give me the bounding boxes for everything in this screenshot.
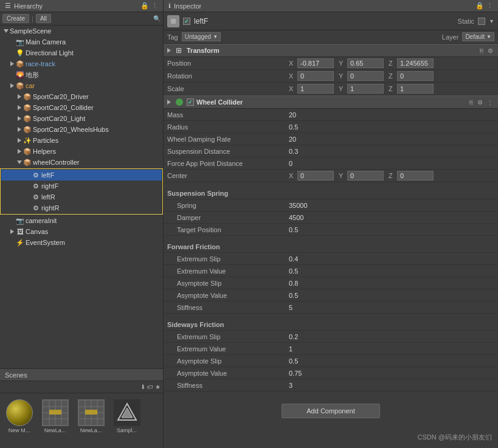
pos-z-val[interactable]: 1.245655 [397, 58, 434, 68]
race-track-label: race-track [26, 60, 55, 67]
scenes-tab[interactable]: Scenes [0, 369, 163, 381]
scene-root[interactable]: SampleScene [0, 26, 163, 36]
wheel-damping-value[interactable]: 20 [289, 136, 494, 143]
hierarchy-tab-label: Hierarchy [14, 2, 43, 10]
layer-dropdown[interactable]: Default ▼ [462, 32, 494, 41]
rot-z-val[interactable]: 0 [397, 71, 434, 81]
tree-item-camerainit[interactable]: 📷 cameraInit [0, 215, 163, 226]
tree-item-sportcar-wheelshubs[interactable]: 📦 SportCar20_WheelsHubs [0, 124, 163, 135]
scale-z-val[interactable]: 1 [397, 84, 434, 94]
scale-x-val[interactable]: 1 [297, 84, 334, 94]
tag-dropdown[interactable]: Untagged ▼ [182, 32, 221, 41]
scale-x-axis: X [289, 85, 296, 92]
pos-x-val[interactable]: -0.817 [297, 58, 334, 68]
transform-copy-icon[interactable]: ⎘ [479, 47, 485, 55]
ff-asymptote-slip-label: Asymptote Slip [167, 280, 289, 287]
center-z-item: Z 0 [389, 171, 434, 181]
sf-asymptote-slip-value[interactable]: 0.5 [289, 357, 494, 365]
sf-extremum-slip-value[interactable]: 0.2 [289, 333, 494, 340]
wc-settings-icon[interactable]: ⚙ [476, 98, 484, 106]
tree-item-canvas[interactable]: 🖼 Canvas [0, 226, 163, 237]
suspension-distance-value[interactable]: 0.3 [289, 148, 494, 155]
layer-value: Default [465, 33, 485, 40]
damper-value[interactable]: 4500 [289, 214, 494, 221]
radius-value[interactable]: 0.5 [289, 123, 494, 131]
tree-item-race-track[interactable]: 📦 race-track [0, 58, 163, 69]
force-app-label: Force App Point Distance [167, 160, 289, 167]
transform-settings-icon[interactable]: ⚙ [486, 47, 494, 55]
tree-item-rightR[interactable]: ⚙ rightR [1, 202, 162, 213]
scale-z-item: Z 1 [389, 84, 434, 94]
ff-extremum-slip-row: Extremum Slip 0.4 [164, 253, 498, 265]
pos-y-val[interactable]: 0.65 [347, 58, 384, 68]
sf-extremum-val-value[interactable]: 1 [289, 345, 494, 353]
wc-menu-icon[interactable]: ⋮ [486, 98, 494, 106]
static-checkbox[interactable] [478, 18, 485, 25]
tree-item-sportcar-collider[interactable]: 📦 SportCar20_Collider [0, 102, 163, 113]
tree-item-leftF[interactable]: ⚙ leftF [1, 170, 162, 181]
ff-extremum-slip-value[interactable]: 0.4 [289, 255, 494, 263]
rot-x-val[interactable]: 0 [297, 71, 334, 81]
sf-stiffness-value[interactable]: 3 [289, 382, 494, 389]
transform-arrow[interactable] [167, 48, 171, 53]
tree-item-car[interactable]: 📦 car [0, 80, 163, 91]
tree-item-eventsystem[interactable]: ⚡ EventSystem [0, 237, 163, 248]
position-label: Position [167, 60, 289, 67]
wc-copy-icon[interactable]: ⎘ [468, 98, 474, 106]
tree-item-particles[interactable]: ✨ Particles [0, 135, 163, 146]
object-name[interactable]: leftF [194, 17, 454, 26]
tree-item-leftR[interactable]: ⚙ leftR [1, 191, 162, 202]
ff-asymptote-val-value[interactable]: 0.5 [289, 292, 494, 299]
create-button[interactable]: Create [2, 14, 29, 23]
tree-item-terrain[interactable]: 🌄 地形 [0, 69, 163, 80]
spring-value[interactable]: 35000 [289, 202, 494, 209]
tree-item-helpers[interactable]: 📦 Helpers [0, 146, 163, 157]
scene-thumb-4[interactable]: Sampl... [110, 399, 144, 442]
inspector-tab[interactable]: ℹ Inspector 🔒 ⋮ [164, 0, 498, 12]
static-dropdown-arrow[interactable]: ▼ [489, 18, 494, 24]
wheel-collider-checkbox[interactable]: ✓ [187, 98, 194, 106]
mass-value[interactable]: 20 [289, 111, 494, 119]
center-x-val[interactable]: 0 [297, 171, 334, 181]
spring-label: Spring [167, 202, 289, 209]
scene-thumb-3[interactable]: NewLa... [74, 399, 108, 442]
collider-arrow [16, 104, 23, 111]
rot-y-val[interactable]: 0 [347, 71, 384, 81]
scene-thumb-2[interactable]: NewLa... [38, 399, 72, 442]
force-app-value[interactable]: 0 [289, 160, 494, 167]
leftF-arrow [24, 171, 32, 179]
racetrack-icon: 📦 [16, 60, 24, 68]
tree-item-directional-light[interactable]: 💡 Directional Light [0, 47, 163, 58]
center-y-val[interactable]: 0 [347, 171, 384, 181]
sf-asymptote-val-value[interactable]: 0.75 [289, 370, 494, 377]
race-track-arrow [9, 60, 16, 67]
add-component-button[interactable]: Add Component [282, 404, 380, 418]
tree-item-rightF[interactable]: ⚙ rightF [1, 181, 162, 191]
scale-y-val[interactable]: 1 [347, 84, 384, 94]
dir-light-label: Directional Light [26, 49, 74, 57]
hierarchy-tab[interactable]: ☰ Hierarchy 🔒 ⋮ [0, 0, 163, 12]
target-pos-value[interactable]: 0.5 [289, 226, 494, 233]
tree-item-main-camera[interactable]: 📷 Main Camera [0, 36, 163, 47]
active-checkbox[interactable]: ✓ [183, 18, 190, 25]
wheel-collider-arrow[interactable] [167, 100, 171, 105]
tree-item-wheelcontroller[interactable]: 📦 wheelController [0, 157, 163, 168]
all-button[interactable]: All [36, 14, 51, 23]
main-camera-arrow [9, 38, 16, 46]
scene-thumb-1[interactable]: New M... [2, 399, 36, 442]
scale-row: Scale X 1 Y 1 Z 1 [164, 83, 498, 95]
center-z-val[interactable]: 0 [397, 171, 434, 181]
tree-item-sportcar-light[interactable]: 📦 SportCar20_Light [0, 113, 163, 124]
hierarchy-toolbar: Create | All 🔍 [0, 12, 163, 26]
sf-asymptote-slip-row: Asymptote Slip 0.5 [164, 355, 498, 367]
leftF-icon: ⚙ [32, 171, 40, 179]
rightR-icon: ⚙ [32, 204, 40, 212]
ff-extremum-val-value[interactable]: 0.5 [289, 267, 494, 275]
tree-item-sportcar-driver[interactable]: 📦 SportCar20_Driver [0, 91, 163, 102]
ff-stiffness-value[interactable]: 5 [289, 304, 494, 311]
wheel-damping-label: Wheel Damping Rate [167, 136, 289, 143]
ff-extremum-val-row: Extremum Value 0.5 [164, 265, 498, 277]
search-icon: 🔍 [153, 15, 161, 22]
sportcar-light-icon: 📦 [23, 114, 32, 123]
ff-asymptote-slip-value[interactable]: 0.8 [289, 280, 494, 287]
